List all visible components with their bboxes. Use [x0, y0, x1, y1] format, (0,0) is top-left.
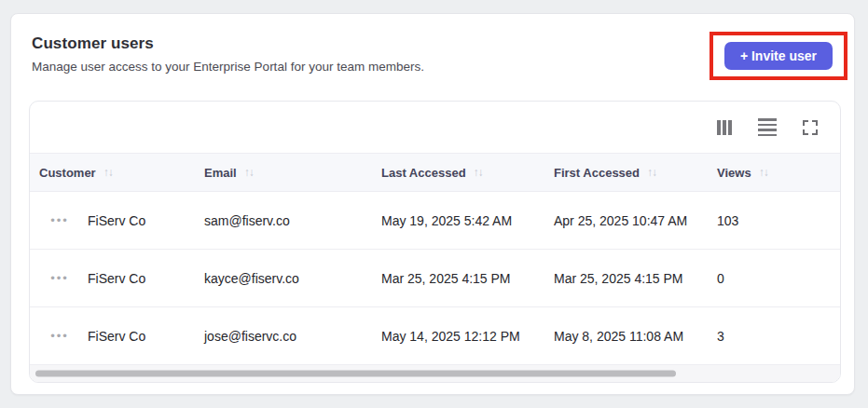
first-accessed-cell: Apr 25, 2025 10:47 AM	[544, 213, 708, 228]
customer-cell: FiServ Co	[78, 213, 195, 228]
views-cell: 3	[708, 329, 840, 344]
row-menu-icon[interactable]: •••	[50, 272, 69, 284]
sort-icon: ↑↓	[244, 166, 254, 179]
horizontal-scrollbar[interactable]	[30, 365, 840, 382]
scrollbar-thumb[interactable]	[35, 371, 676, 377]
first-accessed-cell: May 8, 2025 11:08 AM	[544, 329, 708, 344]
email-cell: sam@fiserv.co	[195, 213, 372, 228]
views-cell: 103	[708, 213, 840, 228]
email-cell: kayce@fiserv.co	[195, 271, 372, 286]
table-row: ••• FiServ Co jose@fiservc.co May 14, 20…	[30, 307, 840, 365]
table-row: ••• FiServ Co kayce@fiserv.co Mar 25, 20…	[30, 250, 840, 307]
column-visibility-icon[interactable]	[715, 118, 734, 137]
density-icon	[758, 118, 777, 136]
column-label: First Accessed	[554, 166, 640, 180]
column-label: Last Accessed	[381, 166, 466, 180]
sort-icon: ↑↓	[647, 166, 656, 179]
table-header-row: Customer ↑↓ Email ↑↓ Last Accessed ↑↓ Fi…	[30, 153, 840, 192]
customer-users-card: Customer users Manage user access to you…	[10, 13, 855, 395]
column-label: Email	[204, 166, 237, 180]
card-header: Customer users Manage user access to you…	[11, 14, 854, 74]
column-header-last-accessed[interactable]: Last Accessed ↑↓	[372, 166, 544, 180]
row-menu-icon[interactable]: •••	[50, 330, 69, 342]
users-table: Customer ↑↓ Email ↑↓ Last Accessed ↑↓ Fi…	[29, 101, 841, 383]
row-actions-cell: •••	[30, 214, 78, 226]
row-actions-cell: •••	[30, 272, 78, 284]
annotation-highlight-box: + Invite user	[710, 32, 847, 80]
row-menu-icon[interactable]: •••	[50, 214, 69, 226]
sort-icon: ↑↓	[474, 166, 483, 179]
table-row: ••• FiServ Co sam@fiserv.co May 19, 2025…	[30, 192, 840, 250]
expand-icon	[803, 120, 818, 135]
row-actions-cell: •••	[30, 330, 78, 342]
email-cell: jose@fiservc.co	[195, 329, 372, 344]
sort-icon: ↑↓	[103, 166, 113, 179]
columns-icon	[717, 120, 732, 135]
last-accessed-cell: May 14, 2025 12:12 PM	[372, 329, 544, 344]
column-header-customer[interactable]: Customer ↑↓	[30, 166, 195, 180]
fullscreen-icon[interactable]	[801, 118, 820, 137]
column-header-views[interactable]: Views ↑↓	[708, 166, 840, 180]
invite-user-button[interactable]: + Invite user	[724, 42, 833, 70]
customer-cell: FiServ Co	[78, 271, 195, 286]
column-label: Views	[717, 166, 751, 180]
column-label: Customer	[39, 166, 96, 180]
last-accessed-cell: Mar 25, 2025 4:15 PM	[372, 271, 544, 286]
row-density-icon[interactable]	[756, 116, 778, 138]
customer-cell: FiServ Co	[78, 329, 195, 344]
views-cell: 0	[708, 271, 840, 286]
column-header-first-accessed[interactable]: First Accessed ↑↓	[544, 166, 708, 180]
page-background: { "colors": { "accent": "#5a5fe0", "anno…	[0, 0, 868, 408]
last-accessed-cell: May 19, 2025 5:42 AM	[372, 213, 544, 228]
column-header-email[interactable]: Email ↑↓	[195, 166, 372, 180]
sort-icon: ↑↓	[759, 166, 768, 179]
first-accessed-cell: Mar 25, 2025 4:15 PM	[544, 271, 708, 286]
table-toolbar	[30, 102, 840, 153]
